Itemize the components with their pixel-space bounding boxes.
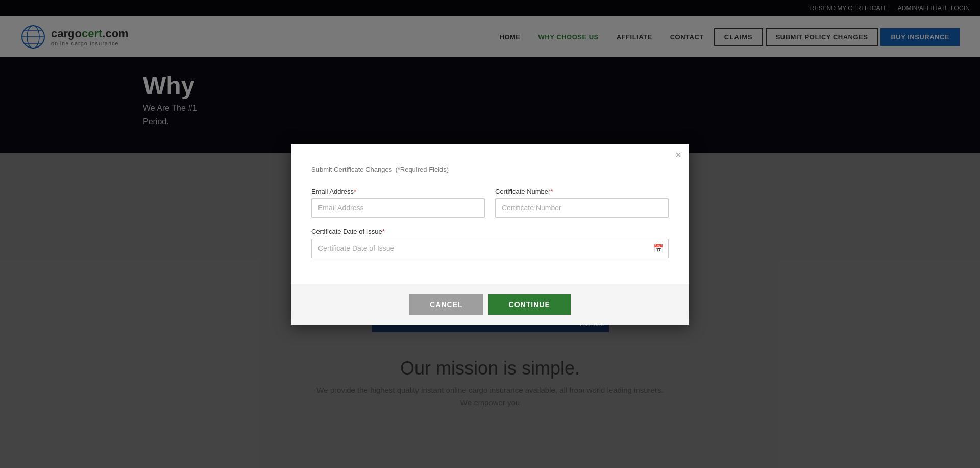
- cert-date-label: Certificate Date of Issue*: [311, 228, 669, 236]
- cert-date-input[interactable]: [311, 239, 669, 258]
- calendar-icon[interactable]: 📅: [653, 243, 664, 253]
- cert-number-label: Certificate Number*: [495, 188, 669, 195]
- form-row-top: Email Address* Certificate Number*: [311, 188, 669, 218]
- cert-number-required-star: *: [550, 188, 553, 195]
- modal-footer: CANCEL CONTINUE: [291, 284, 689, 325]
- cert-number-input[interactable]: [495, 198, 669, 218]
- modal-required-fields: (*Required Fields): [395, 166, 449, 173]
- modal: × Submit Certificate Changes (*Required …: [291, 144, 689, 325]
- date-input-wrap: 📅: [311, 239, 669, 258]
- email-label: Email Address*: [311, 188, 485, 195]
- email-group: Email Address*: [311, 188, 485, 218]
- cert-date-required-star: *: [382, 228, 385, 236]
- email-required-star: *: [354, 188, 356, 195]
- email-input[interactable]: [311, 198, 485, 218]
- cert-number-group: Certificate Number*: [495, 188, 669, 218]
- modal-body: Submit Certificate Changes (*Required Fi…: [291, 144, 689, 284]
- modal-title-text: Submit Certificate Changes: [311, 166, 392, 173]
- modal-title: Submit Certificate Changes (*Required Fi…: [311, 161, 669, 175]
- form-row-date: Certificate Date of Issue* 📅: [311, 228, 669, 258]
- cert-date-group: Certificate Date of Issue* 📅: [311, 228, 669, 258]
- cancel-button[interactable]: CANCEL: [409, 294, 483, 315]
- modal-overlay: × Submit Certificate Changes (*Required …: [0, 0, 980, 468]
- modal-close-button[interactable]: ×: [675, 150, 681, 160]
- continue-button[interactable]: CONTINUE: [488, 294, 571, 315]
